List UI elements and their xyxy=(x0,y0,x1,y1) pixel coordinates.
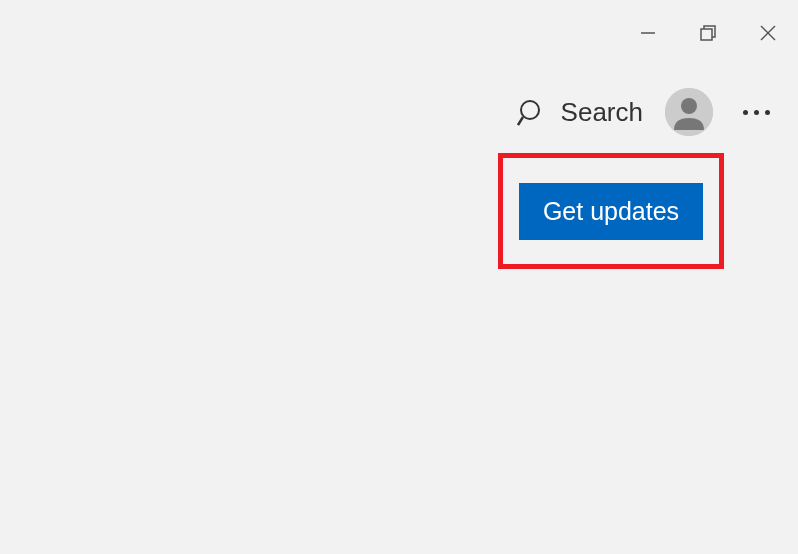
minimize-button[interactable] xyxy=(618,13,678,53)
search-icon xyxy=(517,97,547,127)
user-avatar[interactable] xyxy=(665,88,713,136)
get-updates-button[interactable]: Get updates xyxy=(519,183,703,240)
svg-point-7 xyxy=(681,98,697,114)
maximize-button[interactable] xyxy=(678,13,738,53)
svg-point-4 xyxy=(521,101,539,119)
window-controls xyxy=(618,13,798,53)
close-icon xyxy=(758,23,778,43)
toolbar: Search xyxy=(517,88,778,136)
search-button[interactable]: Search xyxy=(517,97,643,128)
search-label: Search xyxy=(561,97,643,128)
maximize-icon xyxy=(698,23,718,43)
svg-rect-1 xyxy=(701,29,712,40)
close-button[interactable] xyxy=(738,13,798,53)
minimize-icon xyxy=(639,24,657,42)
more-icon xyxy=(743,110,748,115)
more-button[interactable] xyxy=(735,110,778,115)
svg-line-5 xyxy=(518,117,523,125)
user-icon xyxy=(665,88,713,136)
highlight-annotation: Get updates xyxy=(498,153,724,269)
